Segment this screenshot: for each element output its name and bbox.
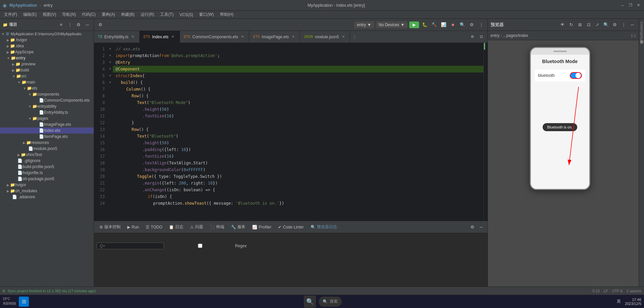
menu-code[interactable]: 代码(C) (79, 11, 98, 18)
search-icon[interactable]: 🔍 (459, 21, 466, 29)
menu-run[interactable]: 运行(R) (138, 11, 157, 18)
project-close-icon[interactable]: ─ (84, 21, 91, 29)
tree-item-ohostest[interactable]: ▶ 📁 ohosTest (0, 152, 94, 158)
editor-split-icon[interactable]: ⊡ (477, 33, 485, 41)
menu-view[interactable]: 视图(V) (40, 11, 59, 18)
btn-browser-log[interactable]: 🔍 预览器日志 (308, 223, 340, 230)
encoding[interactable]: UTF-8 (612, 289, 623, 293)
tree-item-ets[interactable]: ▼ 📁 ets (0, 85, 94, 91)
tree-item-module-json5[interactable]: 📄 module.json5 (0, 146, 94, 152)
debug-icon[interactable]: 🐛 (421, 21, 428, 29)
menu-edit[interactable]: 编辑(E) (20, 11, 39, 18)
menu-help[interactable]: 帮助(H) (217, 11, 236, 18)
btn-version-control[interactable]: ⚙ 版本控制 (97, 223, 123, 230)
tree-item-oh-package[interactable]: 📄 oh-package.json5 (0, 176, 94, 182)
btn-code-linter[interactable]: ✔ Code Linter (275, 224, 306, 230)
minimize-btn[interactable]: ─ (620, 3, 625, 8)
taskbar-search[interactable]: 🔍 (304, 296, 316, 308)
build-icon[interactable]: 🔨 (430, 21, 438, 29)
tab-close-index[interactable]: ✕ (171, 35, 175, 39)
tree-item-gitignore[interactable]: 📄 .gitignore (0, 158, 94, 164)
btn-profiler[interactable]: 📈 Profiler (249, 224, 274, 230)
tree-item-oh-modules[interactable]: ▶ 📁 oh_modules (0, 188, 94, 194)
btn-terminal[interactable]: ⬛ 终端 (207, 223, 227, 230)
entry-dropdown[interactable]: entry ▼ (354, 21, 374, 28)
tree-item-entryability-ts[interactable]: 📄 EntryAbility.ts (0, 109, 94, 115)
tree-item-root[interactable]: ▼ 🖥 MyApplication E:\HarmonyOS\MyApplica… (0, 31, 94, 37)
tree-item-commoncomp[interactable]: 📄 CommonComponents.ets (0, 97, 94, 103)
tab-close-cc[interactable]: ✕ (240, 35, 245, 39)
devices-dropdown[interactable]: No Devices ▼ (376, 21, 407, 28)
more-icon[interactable]: ⋮ (477, 21, 485, 29)
tree-item-resources[interactable]: ▶ 📁 resources (0, 140, 94, 146)
preview-minimize-icon[interactable]: ─ (629, 21, 636, 29)
tab-module-json5[interactable]: JSON module.json5 ✕ (300, 31, 350, 43)
windows-start-btn[interactable]: ⊞ (19, 297, 29, 307)
btn-log[interactable]: 📋 日志 (166, 223, 186, 230)
tree-item-itempage[interactable]: 📄 ItemPage.ets (0, 134, 94, 140)
code-content[interactable]: // xxx.ets import promptAction from '@oh… (113, 43, 484, 221)
preview-grid-icon[interactable]: ⊞ (576, 21, 584, 29)
tree-item-index[interactable]: 📄 Index.ets (0, 127, 94, 134)
code-editor[interactable]: 1234 5678 9101112 13141516 17181920 2122… (94, 43, 488, 221)
gear-icon[interactable]: ⚙ (468, 21, 475, 29)
entry-breadcrumb[interactable]: entry (44, 3, 53, 8)
preview-more-icon[interactable]: ⋮ (620, 21, 627, 29)
restore-btn[interactable]: ❐ (628, 3, 633, 8)
tree-item-build-profile[interactable]: 📄 build-profile.json5 (0, 164, 94, 170)
tab-close-ip[interactable]: ✕ (291, 35, 295, 39)
tab-close-module[interactable]: ✕ (341, 35, 346, 39)
tab-index[interactable]: ETS Index.ets ✕ (140, 31, 180, 43)
tree-item-preview[interactable]: ▶ 📁 .preview (0, 61, 94, 67)
project-toolbar-icon1[interactable]: ≡ (57, 21, 65, 29)
menu-window[interactable]: 窗口(W) (196, 11, 216, 18)
tree-item-hvigor[interactable]: ▶ 📁 .hvigor (0, 37, 94, 43)
btn-run[interactable]: ▶ Run (125, 224, 142, 230)
tree-item-appscope[interactable]: ▶ 📁 AppScope (0, 49, 94, 55)
run-button[interactable]: ▶ (409, 21, 419, 28)
tree-item-idea[interactable]: ▶ 📁 .idea (0, 43, 94, 49)
btn-todo[interactable]: ☰ TODO (143, 224, 165, 230)
tree-item-main[interactable]: ▼ 📁 main (0, 79, 94, 85)
tree-item-src[interactable]: ▼ 📁 src (0, 73, 94, 79)
tree-item-hvigorfile[interactable]: 📄 hvigorfile.ts (0, 170, 94, 176)
stop-icon[interactable]: ■ (449, 21, 457, 29)
project-toolbar-icon3[interactable]: ⚙ (75, 21, 82, 29)
menu-vcs[interactable]: VCS(S) (177, 12, 196, 18)
menu-build[interactable]: 构建(B) (119, 11, 137, 18)
menu-tools[interactable]: 工具(T) (157, 11, 176, 18)
tree-item-hvigor-root[interactable]: ▶ 📁 hvigor (0, 182, 94, 188)
bluetooth-toggle[interactable] (570, 72, 582, 79)
tree-item-aitianore[interactable]: 📄 .aitianore (0, 194, 94, 200)
tree-item-entry[interactable]: ▼ 📁 entry (0, 55, 94, 61)
tab-close-entryability[interactable]: ✕ (131, 35, 135, 39)
close-btn[interactable]: ✕ (636, 3, 641, 8)
preview-refresh-icon[interactable]: ↻ (567, 21, 575, 29)
log-search-input[interactable] (97, 243, 164, 249)
taskbar-search-box[interactable]: 🔍 搜索 (319, 297, 342, 307)
bottom-settings-icon[interactable]: ⚙ (469, 223, 476, 231)
tab-entryability[interactable]: TS EntryAbility.ts ✕ (94, 31, 140, 43)
menu-navigate[interactable]: 导航(N) (59, 11, 79, 18)
preview-expand-icon[interactable]: ⤢ (594, 21, 601, 29)
regex-checkbox[interactable] (167, 244, 234, 248)
profile-icon[interactable]: 📊 (440, 21, 447, 29)
btn-problems[interactable]: ⚠ 问题 (187, 223, 206, 230)
tree-item-build[interactable]: ▶ 📁 build (0, 67, 94, 73)
tab-more[interactable]: ⋮ (350, 31, 359, 43)
menu-refactor[interactable]: 重构(A) (99, 11, 118, 18)
editor-tips-label[interactable]: 编辑器提示 (639, 45, 644, 48)
tab-imagepage[interactable]: ETS ImagePage.ets ✕ (249, 31, 300, 43)
preview-layout-icon[interactable]: ⊡ (585, 21, 592, 29)
tree-item-entryability-folder[interactable]: ▼ 📁 entryability (0, 103, 94, 109)
indent[interactable]: 2 spaces (627, 289, 641, 293)
preview-zoom-icon[interactable]: 🔍 (602, 21, 610, 29)
editor-settings-icon[interactable]: ⚙ (469, 33, 476, 41)
tab-commoncomp[interactable]: ETS CommonComponents.ets ✕ (180, 31, 249, 43)
preview-settings-icon[interactable]: ⚙ (611, 21, 618, 29)
project-toolbar-icon2[interactable]: ⋮ (66, 21, 74, 29)
lang-indicator[interactable]: 英 (617, 299, 621, 304)
line-ending[interactable]: LF (604, 289, 608, 293)
btn-services[interactable]: 🔧 服务 (228, 223, 248, 230)
cursor-position[interactable]: 5:13 (593, 289, 600, 293)
